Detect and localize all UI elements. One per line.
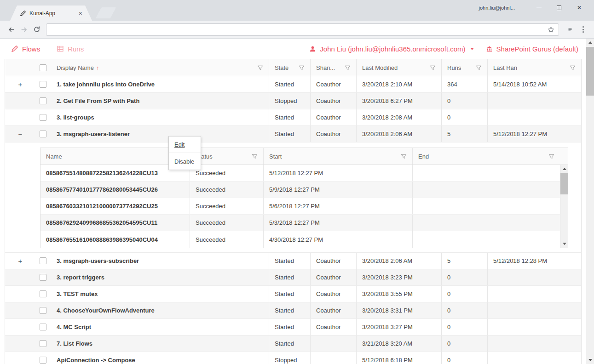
runs-scroll-down-icon[interactable] — [560, 240, 568, 248]
flow-last-ran: 5/14/2018 10:52 AM — [487, 76, 581, 92]
flow-state: Started — [269, 336, 310, 352]
new-tab-button[interactable] — [96, 7, 116, 18]
flow-sharing: Coauthor — [310, 302, 356, 318]
context-menu-item-disable[interactable]: Disable — [169, 153, 201, 170]
runs-scrollbar[interactable] — [560, 165, 568, 248]
flow-display-name: 7. List Flows — [51, 336, 269, 352]
tab-close-icon[interactable]: × — [79, 10, 82, 17]
address-bar[interactable] — [51, 24, 548, 34]
flow-last-modified: 3/20/2018 3:55 PM — [356, 286, 441, 302]
flow-row[interactable]: 3. list-groups Started Coauthor 3/20/201… — [5, 109, 581, 126]
flows-grid: Display Name ↑ State Shari... Last Modi — [5, 59, 582, 364]
col-state[interactable]: State — [275, 64, 288, 71]
filter-last-modified-icon[interactable] — [430, 65, 436, 71]
col-run-start[interactable]: Start — [269, 153, 282, 160]
run-row[interactable]: 08586757740101777862080053445CU26 Succee… — [40, 182, 568, 198]
scrollbar-thumb[interactable] — [586, 47, 594, 96]
flow-row[interactable]: + 3. msgraph-users-subscriber Started Co… — [5, 253, 581, 269]
filter-display-name-icon[interactable] — [257, 65, 263, 71]
forward-button[interactable] — [17, 23, 30, 36]
reload-button[interactable] — [30, 23, 43, 36]
run-row[interactable]: 08586765516106088863986395040CU04 Succee… — [40, 231, 568, 248]
flow-last-ran — [487, 109, 581, 125]
reload-icon — [33, 26, 40, 33]
nav-runs[interactable]: Runs — [57, 45, 84, 53]
filter-run-status-icon[interactable] — [252, 154, 258, 159]
flow-row[interactable]: + 1. take johnnliu pics into OneDrive St… — [5, 76, 581, 93]
scroll-up-icon[interactable] — [586, 39, 594, 46]
col-runs[interactable]: Runs — [447, 64, 461, 71]
flow-row[interactable]: 4. MC Script Started Coauthor 3/20/2018 … — [5, 319, 581, 336]
select-all-checkbox[interactable] — [40, 64, 46, 71]
filter-state-icon[interactable] — [299, 65, 305, 71]
flow-state: Started — [269, 319, 310, 335]
close-button[interactable]: × — [569, 3, 589, 13]
filter-runs-icon[interactable] — [476, 65, 482, 71]
flow-row[interactable]: 3. report triggers Started Coauthor 3/20… — [5, 269, 581, 286]
run-row[interactable]: 08586762924099686855362054595CU11 Succee… — [40, 215, 568, 231]
flow-display-name: 3. TEST mutex — [51, 286, 269, 302]
filter-sharing-icon[interactable] — [345, 65, 351, 71]
filter-run-start-icon[interactable] — [401, 154, 407, 159]
minimize-button[interactable] — [529, 3, 549, 13]
run-start: 5/6/2018 12:27 PM — [263, 198, 412, 214]
back-button[interactable] — [5, 23, 17, 36]
col-display-name[interactable]: Display Name — [57, 64, 94, 71]
col-run-end[interactable]: End — [418, 153, 429, 160]
extension-button[interactable] — [564, 23, 577, 36]
row-checkbox[interactable] — [40, 257, 46, 264]
flow-row[interactable]: 2. Get File From SP with Path Stopped Co… — [5, 93, 581, 109]
filter-last-ran-icon[interactable] — [570, 65, 576, 71]
address-bar-container — [46, 23, 559, 36]
org-menu[interactable]: SharePoint Gurus (default) — [486, 45, 578, 53]
flow-row[interactable]: 4. ChooseYourOwnFlowAdventure Started Co… — [5, 302, 581, 319]
flow-runs: 0 — [441, 93, 487, 109]
flow-row[interactable]: − 3. msgraph-users-listener Started Coau… — [5, 126, 581, 142]
maximize-button[interactable] — [549, 3, 569, 13]
user-menu[interactable]: John Liu (john.liu@johnliu365.onmicrosof… — [309, 45, 473, 53]
context-menu-item-edit[interactable]: Edit — [169, 136, 201, 153]
row-checkbox[interactable] — [40, 324, 46, 330]
maximize-icon — [557, 6, 561, 10]
browser-menu-button[interactable] — [577, 23, 589, 36]
nav-flows[interactable]: Flows — [11, 45, 40, 53]
row-checkbox[interactable] — [40, 131, 46, 137]
scroll-down-icon[interactable] — [586, 356, 594, 364]
expand-toggle[interactable]: + — [18, 257, 23, 264]
browser-tab[interactable]: Kunai-App × — [10, 6, 92, 21]
row-checkbox[interactable] — [40, 81, 46, 88]
page-scrollbar[interactable] — [586, 39, 594, 364]
run-end — [412, 165, 560, 181]
filter-run-end-icon[interactable] — [548, 154, 554, 159]
row-checkbox[interactable] — [40, 114, 46, 121]
expand-toggle[interactable]: − — [18, 131, 23, 137]
run-row[interactable]: 08586755148088722582136244228CU13 Succee… — [40, 165, 568, 182]
app-nav: Flows Runs John Liu (john.liu@johnliu365… — [0, 39, 594, 59]
flow-runs: 0 — [441, 269, 487, 285]
browser-toolbar — [0, 21, 594, 39]
row-checkbox[interactable] — [40, 340, 46, 347]
col-last-modified[interactable]: Last Modified — [362, 64, 398, 71]
user-menu-label: John Liu (john.liu@johnliu365.onmicrosof… — [320, 45, 465, 53]
row-checkbox[interactable] — [40, 290, 46, 297]
expand-toggle[interactable]: + — [18, 81, 23, 88]
runs-scrollbar-thumb[interactable] — [560, 173, 568, 194]
row-checkbox[interactable] — [40, 274, 46, 281]
row-checkbox[interactable] — [40, 307, 46, 314]
titlebar-account: john.liu@johnl... — [479, 5, 515, 11]
col-run-name[interactable]: Name — [46, 153, 62, 160]
row-checkbox[interactable] — [40, 97, 46, 104]
bookmark-star-icon[interactable] — [548, 26, 554, 33]
flow-row[interactable]: ApiConnection -> Compose Stopped 5/12/20… — [5, 352, 581, 364]
runs-scroll-up-icon[interactable] — [560, 165, 568, 173]
flow-display-name: 4. MC Script — [51, 319, 269, 335]
col-sharing[interactable]: Shari... — [316, 64, 335, 71]
col-last-ran[interactable]: Last Ran — [493, 64, 517, 71]
flow-sharing: Coauthor — [310, 109, 356, 125]
flow-row[interactable]: 7. List Flows Started 3/21/2018 3:20 AM … — [5, 336, 581, 352]
row-checkbox[interactable] — [40, 357, 46, 364]
run-row[interactable]: 08586760332101210000073774292CU25 Succee… — [40, 198, 568, 215]
run-name: 08586762924099686855362054595CU11 — [40, 215, 190, 231]
flow-row[interactable]: 3. TEST mutex Started Coauthor 3/20/2018… — [5, 286, 581, 302]
flow-runs: 5 — [441, 253, 487, 269]
